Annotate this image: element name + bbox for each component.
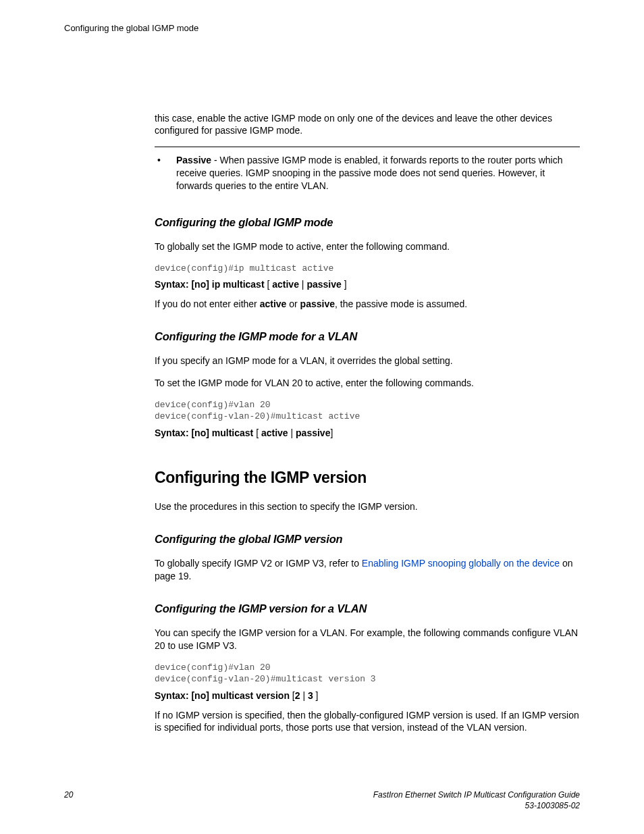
- page-number: 20: [64, 789, 73, 800]
- heading-global-mode: Configuring the global IGMP mode: [155, 215, 567, 231]
- footer-title: FastIron Ethernet Switch IP Multicast Co…: [373, 789, 580, 811]
- link-enable-snooping[interactable]: Enabling IGMP snooping globally on the d…: [362, 558, 560, 569]
- page-footer: 20 FastIron Ethernet Switch IP Multicast…: [64, 789, 580, 811]
- main-content: this case, enable the active IGMP mode o…: [155, 112, 580, 735]
- version-p1: Use the procedures in this section to sp…: [155, 500, 580, 513]
- bullet-label: Passive: [176, 155, 211, 165]
- divider: [155, 147, 580, 147]
- syntax-vlan-mode: Syntax: [no] multicast [ active | passiv…: [155, 427, 580, 440]
- code-vlan-version: device(config)#vlan 20 device(config-vla…: [155, 662, 580, 685]
- bullet-passive: • Passive - When passive IGMP mode is en…: [155, 154, 580, 192]
- vlan-mode-p2: To set the IGMP mode for VLAN 20 to acti…: [155, 377, 580, 390]
- code-global-mode: device(config)#ip multicast active: [155, 263, 580, 275]
- heading-vlan-version: Configuring the IGMP version for a VLAN: [155, 602, 567, 617]
- running-header: Configuring the global IGMP mode: [64, 22, 580, 34]
- bullet-text: Passive - When passive IGMP mode is enab…: [176, 154, 580, 192]
- heading-vlan-mode: Configuring the IGMP mode for a VLAN: [155, 330, 567, 345]
- heading-igmp-version: Configuring the IGMP version: [155, 467, 563, 488]
- code-vlan-mode: device(config)#vlan 20 device(config-vla…: [155, 399, 580, 423]
- global-mode-p2: If you do not enter either active or pas…: [155, 298, 580, 311]
- global-version-p1: To globally specify IGMP V2 or IGMP V3, …: [155, 557, 580, 583]
- bullet-marker: •: [155, 154, 176, 192]
- bullet-desc: - When passive IGMP mode is enabled, it …: [176, 155, 562, 191]
- vlan-mode-p1: If you specify an IGMP mode for a VLAN, …: [155, 355, 580, 367]
- syntax-vlan-version: Syntax: [no] multicast version [2 | 3 ]: [155, 689, 580, 702]
- syntax-global-mode: Syntax: [no] ip multicast [ active | pas…: [155, 278, 580, 291]
- vlan-version-p1: You can specify the IGMP version for a V…: [155, 627, 580, 652]
- intro-paragraph: this case, enable the active IGMP mode o…: [155, 112, 580, 138]
- vlan-version-p2: If no IGMP version is specified, then th…: [155, 709, 580, 735]
- global-mode-p1: To globally set the IGMP mode to active,…: [155, 240, 580, 253]
- heading-global-version: Configuring the global IGMP version: [155, 532, 567, 548]
